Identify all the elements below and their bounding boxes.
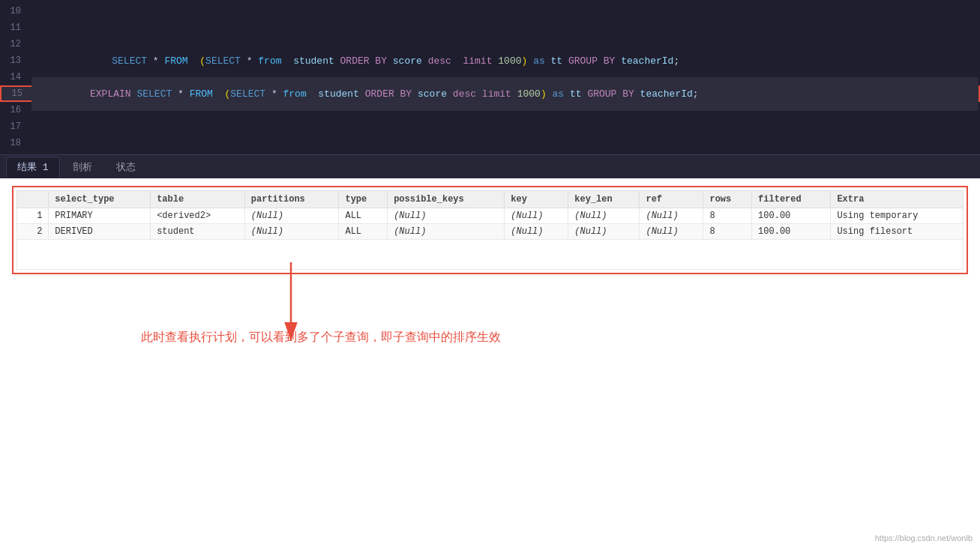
- row-2-type: ALL: [339, 224, 388, 240]
- col-header-rownum: [17, 191, 49, 208]
- row-2-table: student: [151, 224, 245, 240]
- row-1-id: 1: [17, 208, 49, 224]
- watermark: https://blog.csdn.net/wonlb: [875, 534, 973, 543]
- code-line-17: 17: [0, 118, 980, 135]
- row-2-filtered: 100.00: [752, 224, 831, 240]
- row-2-rows: 8: [703, 224, 752, 240]
- code-line-11: 11: [0, 19, 980, 36]
- tab-analysis[interactable]: 剖析: [61, 157, 103, 178]
- row-2-extra: Using filesort: [831, 224, 964, 240]
- code-line-10: 10: [0, 3, 980, 19]
- code-line-18: 18: [0, 135, 980, 151]
- col-header-ref: ref: [640, 191, 703, 208]
- row-2-key: (Null): [505, 224, 568, 240]
- results-table-container: select_type table partitions type possib…: [12, 186, 968, 274]
- table-row: 2 DERIVED student (Null) ALL (Null) (Nul…: [17, 224, 964, 240]
- row-2-ref: (Null): [640, 224, 703, 240]
- code-line-15-highlighted: 15 EXPLAIN SELECT * FROM (SELECT * from …: [0, 85, 980, 102]
- code-editor: 10 11 12 13 SELECT * FROM (SELECT * from…: [0, 0, 980, 154]
- table-row: 1 PRIMARY <derived2> (Null) ALL (Null) (…: [17, 208, 964, 224]
- row-2-possible-keys: (Null): [388, 224, 505, 240]
- row-2-id: 2: [17, 224, 49, 240]
- col-header-extra: Extra: [831, 191, 964, 208]
- row-1-possible-keys: (Null): [388, 208, 505, 224]
- row-1-table: <derived2>: [151, 208, 245, 224]
- col-header-rows: rows: [703, 191, 752, 208]
- col-header-possible-keys: possible_keys: [388, 191, 505, 208]
- col-header-filtered: filtered: [752, 191, 831, 208]
- col-header-partitions: partitions: [244, 191, 339, 208]
- row-1-filtered: 100.00: [752, 208, 831, 224]
- tab-status[interactable]: 状态: [105, 157, 147, 178]
- tab-results[interactable]: 结果 1: [6, 157, 60, 178]
- row-1-key: (Null): [505, 208, 568, 224]
- row-1-select-type: PRIMARY: [49, 208, 151, 224]
- row-2-partitions: (Null): [244, 224, 339, 240]
- result-table: select_type table partitions type possib…: [16, 190, 964, 270]
- col-header-table: table: [151, 191, 245, 208]
- row-2-select-type: DERIVED: [49, 224, 151, 240]
- table-row-empty: [17, 240, 964, 270]
- col-header-key: key: [505, 191, 568, 208]
- row-1-type: ALL: [339, 208, 388, 224]
- col-header-key-len: key_len: [568, 191, 640, 208]
- tabs-bar: 结果 1 剖析 状态: [0, 154, 980, 178]
- code-line-13: 13 SELECT * FROM (SELECT * from student …: [0, 52, 980, 69]
- row-1-rows: 8: [703, 208, 752, 224]
- row-1-partitions: (Null): [244, 208, 339, 224]
- row-1-extra: Using temporary: [831, 208, 964, 224]
- annotation-arrow: [261, 262, 321, 352]
- col-header-select-type: select_type: [49, 191, 151, 208]
- row-2-key-len: (Null): [568, 224, 640, 240]
- table-header-row: select_type table partitions type possib…: [17, 191, 964, 208]
- row-1-key-len: (Null): [568, 208, 640, 224]
- annotation-area: 此时查看执行计划，可以看到多了个子查询，即子查询中的排序生效: [6, 277, 974, 390]
- col-header-type: type: [339, 191, 388, 208]
- row-1-ref: (Null): [640, 208, 703, 224]
